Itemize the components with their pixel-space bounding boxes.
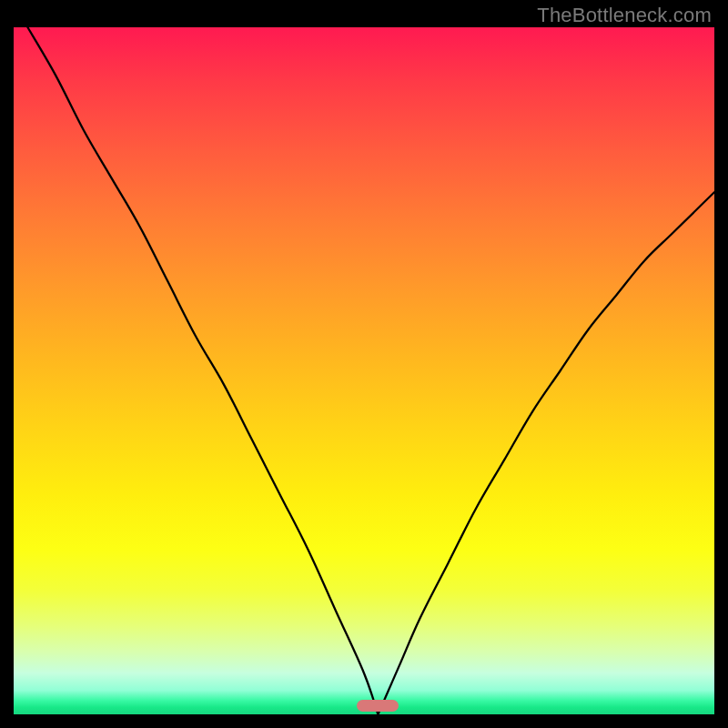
curve-path — [27, 27, 714, 714]
bottleneck-curve — [14, 27, 714, 714]
watermark-text: TheBottleneck.com — [537, 4, 712, 27]
optimum-marker — [357, 700, 399, 712]
plot-area — [14, 27, 714, 714]
chart-frame: TheBottleneck.com — [0, 0, 728, 728]
